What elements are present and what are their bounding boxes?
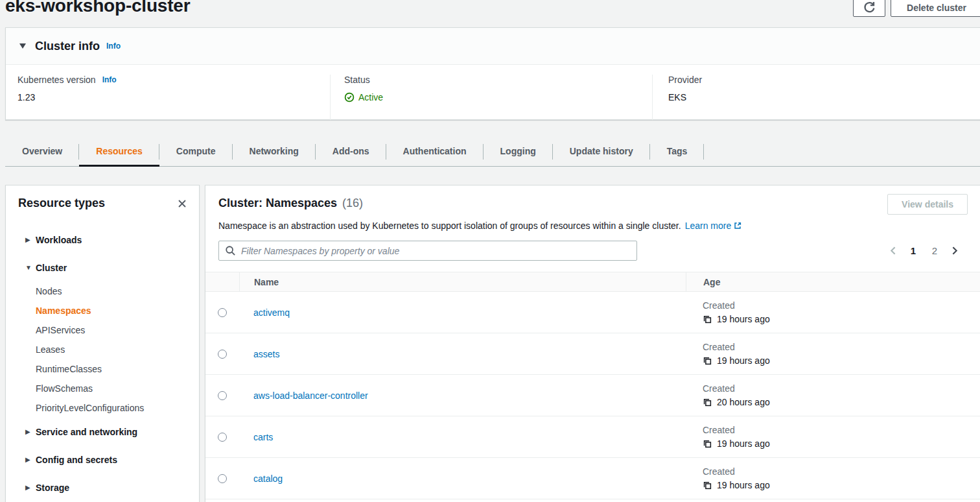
resource-type-label: Namespaces bbox=[36, 305, 91, 316]
tab[interactable]: Overview bbox=[5, 136, 79, 166]
resource-type-label: Leases bbox=[36, 344, 65, 355]
copy-icon[interactable] bbox=[703, 481, 712, 490]
check-circle-icon bbox=[344, 92, 355, 102]
table-row: activemq Created 19 hours ago bbox=[205, 292, 980, 333]
refresh-button[interactable] bbox=[853, 0, 885, 17]
row-radio-button[interactable] bbox=[218, 350, 227, 359]
namespace-link[interactable]: assets bbox=[253, 349, 279, 359]
tab[interactable]: Resources bbox=[79, 136, 159, 166]
namespace-link[interactable]: aws-load-balancer-controller bbox=[253, 390, 368, 401]
age-column-label: Age bbox=[703, 277, 720, 287]
name-column-header[interactable]: Name bbox=[239, 272, 686, 291]
resource-type-label: Storage bbox=[36, 483, 69, 493]
tab-label: Authentication bbox=[403, 146, 467, 156]
close-icon[interactable] bbox=[176, 197, 189, 210]
copy-icon[interactable] bbox=[703, 356, 712, 366]
filter-box bbox=[218, 241, 637, 261]
pagination: 1 2 bbox=[888, 245, 960, 256]
delete-cluster-button[interactable]: Delete cluster bbox=[891, 0, 980, 17]
tab[interactable]: Add-ons bbox=[316, 136, 386, 166]
row-radio-button[interactable] bbox=[218, 391, 227, 400]
cluster-info-header[interactable]: Cluster info Info bbox=[6, 28, 980, 65]
row-radio-button[interactable] bbox=[218, 474, 227, 483]
tab[interactable]: Tags bbox=[650, 136, 705, 166]
table-row: catalog Created 19 hours ago bbox=[205, 458, 980, 499]
collapse-triangle-icon bbox=[19, 43, 26, 49]
tab[interactable]: Compute bbox=[159, 136, 233, 166]
tab-label: Update history bbox=[570, 146, 633, 156]
age-column-header[interactable]: Age bbox=[686, 272, 980, 291]
resource-type-item[interactable]: Leases bbox=[6, 340, 199, 359]
selection-column-header bbox=[205, 272, 239, 291]
resource-type-item[interactable]: ▶ Storage bbox=[6, 473, 199, 501]
namespace-link[interactable]: carts bbox=[253, 432, 273, 442]
view-details-button[interactable]: View details bbox=[887, 194, 968, 215]
expand-triangle-icon: ▶ bbox=[25, 236, 36, 243]
created-label: Created bbox=[703, 300, 980, 311]
resource-type-label: Workloads bbox=[36, 235, 82, 245]
resource-types-list: ▶ Workloads ▼ Cluster Nodes Namespaces bbox=[6, 217, 199, 501]
resource-type-item[interactable]: ▶ Workloads bbox=[6, 226, 199, 254]
row-radio-button[interactable] bbox=[218, 308, 227, 317]
status-field: Status Active bbox=[330, 75, 652, 120]
resource-type-label: APIServices bbox=[36, 325, 85, 335]
cluster-info-panel: Cluster info Info Kubernetes version Inf… bbox=[5, 27, 980, 120]
resource-type-item[interactable]: ▶ Config and secrets bbox=[6, 446, 199, 473]
created-label: Created bbox=[703, 466, 980, 477]
namespaces-count: (16) bbox=[342, 197, 363, 210]
resource-type-item[interactable]: ▼ Cluster bbox=[6, 254, 199, 281]
age-value: 19 hours ago bbox=[717, 355, 770, 366]
tab[interactable]: Networking bbox=[233, 136, 316, 166]
kubernetes-version-field: Kubernetes version Info 1.23 bbox=[6, 75, 330, 120]
tab[interactable]: Authentication bbox=[386, 136, 484, 166]
provider-field: Provider EKS bbox=[652, 75, 980, 120]
age-value: 19 hours ago bbox=[717, 480, 770, 490]
table-row: aws-load-balancer-controller Created 20 … bbox=[205, 375, 980, 416]
namespaces-panel: Cluster: Namespaces (16) View details Na… bbox=[205, 185, 980, 502]
namespace-link[interactable]: activemq bbox=[253, 307, 290, 318]
resource-type-item[interactable]: PriorityLevelConfigurations bbox=[6, 398, 199, 418]
created-label: Created bbox=[703, 425, 980, 435]
copy-icon[interactable] bbox=[703, 398, 712, 407]
table-row: carts Created 19 hours ago bbox=[205, 416, 980, 458]
external-link-icon bbox=[733, 221, 742, 232]
resource-type-item[interactable]: FlowSchemas bbox=[6, 379, 199, 398]
expand-triangle-icon: ▶ bbox=[25, 428, 36, 435]
expand-triangle-icon: ▼ bbox=[25, 264, 36, 271]
row-radio-button[interactable] bbox=[218, 433, 227, 442]
age-value: 19 hours ago bbox=[717, 314, 770, 324]
resource-type-item[interactable]: RuntimeClasses bbox=[6, 359, 199, 379]
resource-type-item[interactable]: Nodes bbox=[6, 281, 199, 301]
learn-more-link[interactable]: Learn more bbox=[685, 221, 732, 231]
cluster-info-info-link[interactable]: Info bbox=[106, 42, 121, 51]
expand-triangle-icon: ▶ bbox=[25, 484, 36, 491]
resource-type-label: FlowSchemas bbox=[36, 383, 93, 394]
tab[interactable]: Update history bbox=[553, 136, 650, 166]
search-icon bbox=[225, 245, 236, 258]
tab-label: Tags bbox=[667, 146, 688, 156]
sidebar-title: Resource types bbox=[18, 197, 105, 210]
resource-type-item[interactable]: APIServices bbox=[6, 320, 199, 340]
resource-type-item[interactable]: Namespaces bbox=[6, 301, 199, 320]
page-number[interactable]: 2 bbox=[928, 245, 942, 256]
tab-label: Logging bbox=[500, 146, 536, 156]
namespaces-description: Namespace is an abstraction used by Kube… bbox=[218, 221, 681, 231]
tab-label: Networking bbox=[250, 146, 299, 156]
copy-icon[interactable] bbox=[703, 439, 712, 449]
resource-type-item[interactable]: ▶ Service and networking bbox=[6, 418, 199, 446]
tab-label: Overview bbox=[22, 146, 62, 156]
filter-namespaces-input[interactable] bbox=[218, 241, 637, 261]
chevron-left-icon[interactable] bbox=[888, 245, 899, 256]
tab[interactable]: Logging bbox=[484, 136, 553, 166]
chevron-right-icon[interactable] bbox=[949, 245, 960, 256]
page-number[interactable]: 1 bbox=[906, 245, 920, 256]
copy-icon[interactable] bbox=[703, 315, 712, 324]
view-details-label: View details bbox=[902, 199, 953, 209]
kubernetes-version-info-link[interactable]: Info bbox=[102, 75, 117, 84]
status-value: Active bbox=[358, 92, 383, 102]
kubernetes-version-label: Kubernetes version bbox=[18, 75, 96, 85]
cluster-info-title: Cluster info bbox=[35, 40, 100, 53]
tab-label: Compute bbox=[176, 146, 216, 156]
page-title: eks-workshop-cluster bbox=[5, 0, 190, 16]
namespace-link[interactable]: catalog bbox=[253, 473, 283, 484]
